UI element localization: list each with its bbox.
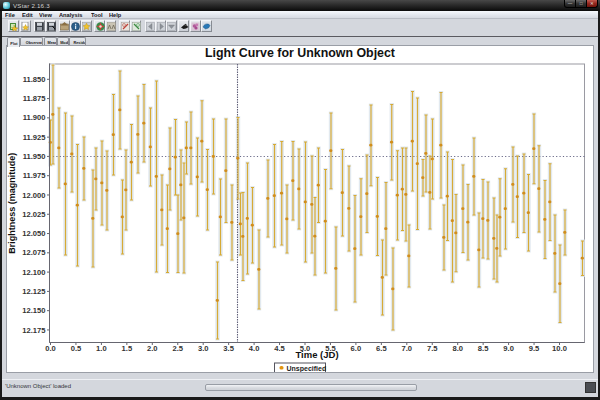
svg-text:7.0: 7.0: [402, 344, 413, 353]
svg-text:Unspecified: Unspecified: [287, 365, 327, 373]
svg-text:4.5: 4.5: [274, 344, 285, 353]
svg-text:2.0: 2.0: [147, 344, 158, 353]
svg-text:11.875: 11.875: [23, 94, 47, 103]
svg-text:1.0: 1.0: [96, 344, 107, 353]
svg-text:11.850: 11.850: [23, 75, 46, 84]
svg-text:8.0: 8.0: [452, 344, 463, 353]
svg-text:11.925: 11.925: [23, 133, 47, 142]
svg-text:10.0: 10.0: [552, 344, 567, 353]
svg-text:3.5: 3.5: [223, 344, 234, 353]
svg-text:0.0: 0.0: [45, 344, 56, 353]
svg-text:11.975: 11.975: [23, 171, 47, 180]
svg-text:11.900: 11.900: [23, 113, 46, 122]
svg-text:6.0: 6.0: [351, 344, 362, 353]
svg-text:7.5: 7.5: [427, 344, 438, 353]
svg-text:Brightness (magnitude): Brightness (magnitude): [7, 153, 17, 254]
svg-text:2.5: 2.5: [172, 344, 183, 353]
svg-text:9.5: 9.5: [529, 344, 540, 353]
svg-text:0.5: 0.5: [71, 344, 82, 353]
svg-text:12.025: 12.025: [22, 210, 46, 219]
svg-text:6.5: 6.5: [376, 344, 387, 353]
svg-text:Light Curve for Unknown Object: Light Curve for Unknown Object: [205, 46, 395, 60]
svg-text:12.125: 12.125: [22, 287, 46, 296]
svg-text:Time (JD): Time (JD): [295, 349, 338, 360]
svg-text:12.000: 12.000: [22, 191, 45, 200]
svg-text:11.950: 11.950: [23, 152, 46, 161]
svg-text:12.175: 12.175: [22, 326, 46, 335]
svg-text:8.5: 8.5: [478, 344, 489, 353]
svg-text:12.100: 12.100: [22, 268, 45, 277]
svg-text:4.0: 4.0: [249, 344, 260, 353]
svg-text:3.0: 3.0: [198, 344, 209, 353]
svg-text:12.075: 12.075: [22, 248, 46, 257]
svg-text:12.050: 12.050: [22, 229, 45, 238]
svg-text:12.150: 12.150: [22, 306, 45, 315]
svg-text:9.0: 9.0: [503, 344, 514, 353]
svg-text:1.5: 1.5: [122, 344, 133, 353]
